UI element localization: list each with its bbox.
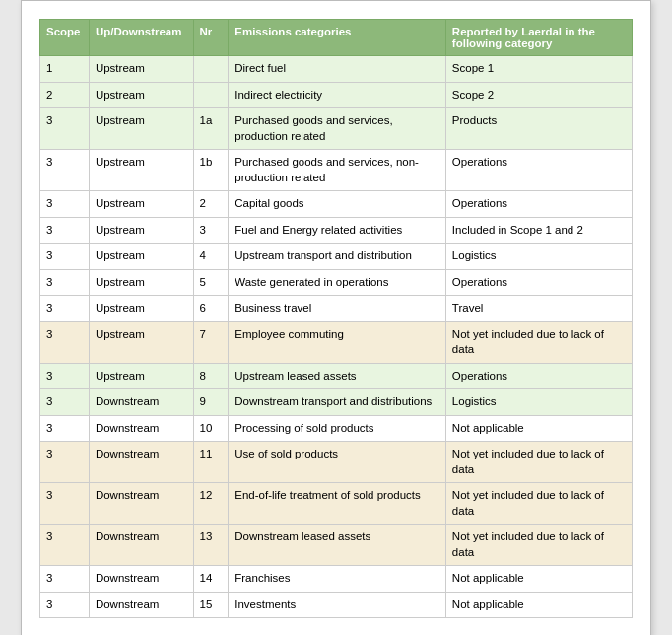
- header-nr: Nr: [193, 20, 229, 56]
- cell-reported: Scope 2: [445, 82, 632, 108]
- cell-reported: Operations: [445, 269, 632, 296]
- cell-reported: Operations: [445, 191, 632, 218]
- cell-category: Downstream transport and distributions: [229, 389, 446, 416]
- cell-category: Waste generated in operations: [229, 269, 446, 296]
- table-row: 3Upstream7Employee commutingNot yet incl…: [40, 321, 633, 363]
- cell-reported: Logistics: [445, 244, 632, 270]
- cell-category: Downstream leased assets: [229, 525, 446, 566]
- cell-direction: Upstream: [89, 150, 193, 191]
- cell-category: Processing of sold products: [229, 415, 446, 442]
- table-row: 3Upstream4Upstream transport and distrib…: [40, 244, 633, 270]
- cell-reported: Not yet included due to lack of data: [445, 321, 632, 363]
- table-row: 3Downstream13Downstream leased assetsNot…: [40, 525, 633, 566]
- table-row: 3Downstream15InvestmentsNot applicable: [40, 592, 633, 618]
- cell-scope: 3: [40, 566, 90, 593]
- cell-reported: Not applicable: [445, 566, 632, 593]
- cell-scope: 3: [40, 244, 90, 270]
- cell-category: Franchises: [229, 566, 446, 593]
- cell-nr: 3: [193, 217, 229, 244]
- table-row: 3Upstream6Business travelTravel: [40, 296, 633, 322]
- cell-scope: 3: [40, 525, 90, 566]
- cell-direction: Upstream: [89, 217, 193, 244]
- cell-nr: 15: [193, 592, 229, 618]
- cell-direction: Upstream: [89, 191, 193, 218]
- cell-scope: 3: [40, 150, 90, 191]
- cell-reported: Included in Scope 1 and 2: [445, 217, 632, 244]
- cell-category: Investments: [229, 592, 446, 618]
- table-row: 3Upstream1aPurchased goods and services,…: [40, 108, 633, 150]
- emissions-table: Scope Up/Downstream Nr Emissions categor…: [39, 19, 633, 618]
- cell-direction: Downstream: [89, 525, 193, 566]
- cell-reported: Operations: [445, 363, 632, 389]
- cell-nr: 1b: [193, 150, 229, 191]
- cell-category: Fuel and Energy related activities: [229, 217, 446, 244]
- cell-category: Purchased goods and services, non-produc…: [229, 150, 446, 191]
- cell-category: Use of sold products: [229, 442, 446, 483]
- cell-scope: 3: [40, 269, 90, 296]
- table-row: 3Downstream10Processing of sold products…: [40, 415, 633, 442]
- cell-nr: 11: [193, 442, 229, 483]
- cell-reported: Not applicable: [445, 415, 632, 442]
- cell-category: Business travel: [229, 296, 446, 322]
- cell-scope: 3: [40, 483, 90, 525]
- table-row: 3Downstream14FranchisesNot applicable: [40, 566, 633, 593]
- header-reported: Reported by Laerdal in the following cat…: [445, 20, 632, 56]
- cell-category: End-of-life treatment of sold products: [229, 483, 446, 525]
- table-row: 3Upstream5Waste generated in operationsO…: [40, 269, 633, 296]
- cell-scope: 1: [40, 56, 90, 83]
- cell-reported: Products: [445, 108, 632, 150]
- cell-nr: 12: [193, 483, 229, 525]
- cell-scope: 3: [40, 108, 90, 150]
- cell-nr: 14: [193, 566, 229, 593]
- cell-direction: Upstream: [89, 296, 193, 322]
- cell-nr: 5: [193, 269, 229, 296]
- cell-reported: Not applicable: [445, 592, 632, 618]
- cell-scope: 3: [40, 415, 90, 442]
- cell-nr: 7: [193, 321, 229, 363]
- cell-scope: 3: [40, 389, 90, 416]
- table-row: 2UpstreamIndirect electricityScope 2: [40, 82, 633, 108]
- cell-category: Upstream transport and distribution: [229, 244, 446, 270]
- cell-direction: Upstream: [89, 56, 193, 83]
- cell-scope: 3: [40, 296, 90, 322]
- table-row: 3Upstream2Capital goodsOperations: [40, 191, 633, 218]
- cell-direction: Downstream: [89, 483, 193, 525]
- cell-category: Capital goods: [229, 191, 446, 218]
- cell-scope: 3: [40, 592, 90, 618]
- table-row: 1UpstreamDirect fuelScope 1: [40, 56, 633, 83]
- cell-direction: Upstream: [89, 363, 193, 389]
- cell-direction: Upstream: [89, 269, 193, 296]
- header-upstream: Up/Downstream: [89, 20, 193, 56]
- cell-direction: Upstream: [89, 108, 193, 150]
- cell-reported: Scope 1: [445, 56, 632, 83]
- cell-reported: Travel: [445, 296, 632, 322]
- cell-direction: Downstream: [89, 592, 193, 618]
- cell-nr: 13: [193, 525, 229, 566]
- table-row: 3Downstream9Downstream transport and dis…: [40, 389, 633, 416]
- cell-scope: 2: [40, 82, 90, 108]
- cell-scope: 3: [40, 217, 90, 244]
- cell-nr: 8: [193, 363, 229, 389]
- cell-direction: Downstream: [89, 415, 193, 442]
- cell-reported: Operations: [445, 150, 632, 191]
- cell-category: Upstream leased assets: [229, 363, 446, 389]
- cell-nr: 6: [193, 296, 229, 322]
- cell-scope: 3: [40, 321, 90, 363]
- cell-direction: Upstream: [89, 244, 193, 270]
- cell-reported: Not yet included due to lack of data: [445, 442, 632, 483]
- cell-nr: 10: [193, 415, 229, 442]
- table-row: 3Upstream8Upstream leased assetsOperatio…: [40, 363, 633, 389]
- cell-scope: 3: [40, 191, 90, 218]
- cell-direction: Downstream: [89, 566, 193, 593]
- table-row: 3Upstream3Fuel and Energy related activi…: [40, 217, 633, 244]
- cell-nr: 2: [193, 191, 229, 218]
- table-row: 3Downstream12End-of-life treatment of so…: [40, 483, 633, 525]
- cell-direction: Upstream: [89, 82, 193, 108]
- main-container: Scope Up/Downstream Nr Emissions categor…: [21, 0, 651, 635]
- cell-reported: Not yet included due to lack of data: [445, 525, 632, 566]
- cell-category: Indirect electricity: [229, 82, 446, 108]
- table-row: 3Upstream1bPurchased goods and services,…: [40, 150, 633, 191]
- cell-scope: 3: [40, 363, 90, 389]
- cell-category: Direct fuel: [229, 56, 446, 83]
- cell-direction: Downstream: [89, 442, 193, 483]
